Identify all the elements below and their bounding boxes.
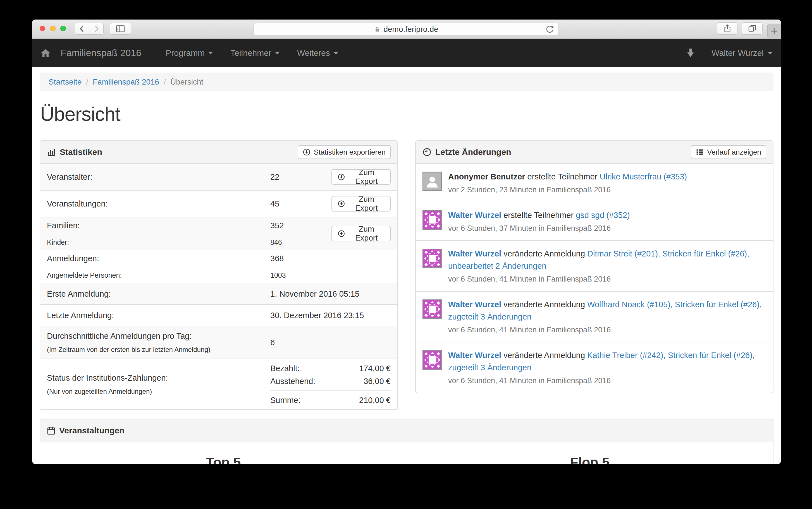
sidebar-toggle-button[interactable] — [110, 23, 131, 35]
list-item: Walter Wurzel veränderte Anmeldung Wolfh… — [416, 292, 773, 342]
change-entry-body: Walter Wurzel veränderte Anmeldung Kathi… — [448, 349, 766, 385]
stat-label-text: Familien: — [47, 220, 270, 231]
change-action: erstellte Teilnehmer — [501, 211, 576, 219]
stat-label-text: Veranstalter: — [47, 172, 270, 182]
reload-button[interactable] — [545, 25, 555, 34]
stat-subvalue-text: 846 — [270, 238, 331, 247]
chevron-down-icon — [333, 52, 338, 55]
change-entry-text: Walter Wurzel veränderte Anmeldung Kathi… — [448, 349, 766, 374]
home-icon[interactable] — [40, 48, 51, 58]
stat-label-text: Durchschnittliche Anmeldungen pro Tag: — [47, 331, 270, 341]
table-row: Veranstaltungen:45Zum Export — [40, 191, 397, 217]
stat-sublabel-text: Kinder: — [47, 238, 270, 247]
change-entry-text: Walter Wurzel veränderte Anmeldung Ditma… — [448, 247, 766, 272]
stat-label: Veranstalter: — [47, 167, 270, 187]
payment-label: Ausstehend: — [270, 375, 315, 387]
stat-sublabel-text: Angemeldete Personen: — [47, 271, 270, 280]
lock-icon — [374, 26, 381, 33]
stat-label-text: Veranstaltungen: — [47, 199, 270, 209]
payment-total-value: 210,00 € — [359, 394, 391, 407]
tabs-icon — [748, 24, 757, 33]
list-icon — [696, 148, 704, 156]
page-title: Übersicht — [40, 103, 773, 125]
change-entry-body: Anonymer Benutzer erstellte Teilnehmer U… — [448, 170, 687, 195]
table-row: Letzte Anmeldung:30. Dezember 2016 23:15 — [40, 305, 397, 326]
change-actor: Anonymer Benutzer — [448, 172, 525, 181]
events-panel: Veranstaltungen Top 5 Flop 5 — [40, 419, 774, 464]
zum-export-button[interactable]: Zum Export — [331, 226, 391, 241]
close-window-button[interactable] — [40, 26, 45, 31]
chevron-down-icon — [768, 52, 773, 55]
stat-label: Durchschnittliche Anmeldungen pro Tag:(I… — [47, 329, 270, 356]
nav-item-teilnehmer[interactable]: Teilnehmer — [222, 48, 288, 58]
stat-label: Status der Institutions-Zahlungen:(Nur v… — [47, 362, 270, 407]
show-history-button[interactable]: Verlauf anzeigen — [691, 145, 766, 159]
minimize-window-button[interactable] — [50, 26, 56, 31]
export-statistics-button[interactable]: Statistiken exportieren — [298, 145, 391, 159]
stat-value-text: 1. November 2016 05:15 — [270, 289, 391, 299]
breadcrumb-familienspass[interactable]: Familienspaß 2016 — [93, 77, 159, 87]
user-identicon-avatar — [422, 210, 442, 230]
stat-label: Letzte Anmeldung: — [47, 308, 270, 323]
flop5-heading: Flop 5 — [407, 454, 773, 464]
user-identicon-avatar — [422, 249, 442, 268]
clock-icon — [422, 148, 431, 157]
navbar-brand[interactable]: Familienspaß 2016 — [61, 47, 141, 58]
change-actor[interactable]: Walter Wurzel — [448, 211, 501, 219]
zum-export-button[interactable]: Zum Export — [331, 169, 391, 185]
statistics-panel-header: Statistiken Statistiken exportieren — [40, 141, 397, 164]
change-actor[interactable]: Walter Wurzel — [448, 351, 501, 360]
breadcrumb-startseite[interactable]: Startseite — [48, 77, 82, 87]
change-action: veränderte Anmeldung — [501, 249, 587, 258]
table-row: Familien:Kinder:352846Zum Export — [40, 217, 397, 250]
change-object-link[interactable]: gsd sgd (#352) — [576, 211, 630, 219]
share-button[interactable] — [717, 22, 738, 35]
user-menu[interactable]: Walter Wurzel — [712, 48, 773, 58]
stat-label: Erste Anmeldung: — [47, 286, 270, 301]
payment-line: Ausstehend:36,00 € — [270, 375, 391, 387]
nav-item-programm[interactable]: Programm — [157, 48, 222, 58]
statistics-panel: Statistiken Statistiken exportieren Vera… — [40, 140, 398, 410]
zoom-window-button[interactable] — [60, 26, 66, 31]
list-item: Walter Wurzel veränderte Anmeldung Ditma… — [416, 241, 773, 292]
divider — [270, 391, 391, 391]
change-actor[interactable]: Walter Wurzel — [448, 300, 501, 309]
payment-value: 36,00 € — [363, 375, 391, 387]
address-bar[interactable]: demo.feripro.de — [254, 23, 559, 36]
nav-item-weiteres[interactable]: Weiteres — [288, 48, 347, 58]
show-tabs-button[interactable] — [742, 22, 762, 35]
new-tab-button[interactable]: + — [767, 24, 781, 38]
stat-value: 3681003 — [270, 253, 391, 280]
stat-value-text: 368 — [270, 253, 391, 264]
changes-panel-title: Letzte Änderungen — [435, 147, 511, 157]
page-content: Startseite / Familienspaß 2016 / Übersic… — [32, 73, 781, 464]
download-icon[interactable] — [687, 48, 694, 58]
events-panel-title: Veranstaltungen — [59, 426, 124, 435]
change-object-link[interactable]: Ulrike Musterfrau (#353) — [600, 172, 687, 181]
navbar-right: Walter Wurzel — [687, 48, 773, 58]
stat-value-text: 352 — [270, 220, 331, 231]
stat-value: 22 — [270, 167, 331, 187]
back-button[interactable] — [75, 23, 89, 35]
change-timestamp: vor 2 Stunden, 23 Minuten in Familienspa… — [448, 185, 687, 195]
sidebar-icon — [116, 25, 125, 33]
download-circle-icon — [337, 229, 345, 238]
stat-value-text: 30. Dezember 2016 23:15 — [270, 310, 391, 320]
change-timestamp: vor 6 Stunden, 41 Minuten in Familienspa… — [448, 274, 766, 284]
stat-export-cell: Zum Export — [331, 193, 391, 214]
stat-subvalue-text: 1003 — [270, 271, 391, 280]
top5-heading: Top 5 — [40, 454, 407, 464]
statistics-rows: Veranstalter:22Zum ExportVeranstaltungen… — [40, 164, 397, 409]
zum-export-button[interactable]: Zum Export — [331, 196, 391, 211]
table-row: Anmeldungen:Angemeldete Personen:3681003 — [40, 250, 397, 283]
forward-button[interactable] — [89, 23, 104, 35]
change-action: veränderte Anmeldung — [501, 300, 587, 309]
payments-summary: Bezahlt:174,00 €Ausstehend:36,00 €Summe:… — [270, 362, 391, 407]
change-timestamp: vor 6 Stunden, 41 Minuten in Familienspa… — [448, 325, 766, 335]
breadcrumb-current: Übersicht — [170, 77, 203, 87]
list-item: Walter Wurzel erstellte Teilnehmer gsd s… — [416, 202, 773, 241]
reload-icon — [545, 25, 555, 34]
titlebar-right-buttons — [717, 22, 762, 35]
change-actor[interactable]: Walter Wurzel — [448, 249, 501, 258]
changes-panel-header: Letzte Änderungen Verlauf anzeigen — [416, 141, 773, 164]
